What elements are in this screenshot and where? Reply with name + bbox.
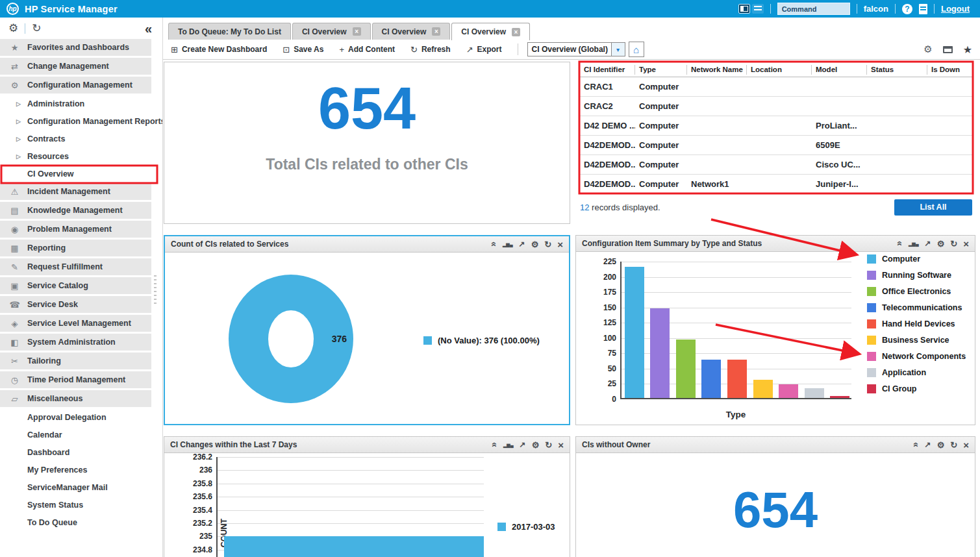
list-all-button[interactable]: List All: [894, 199, 972, 216]
tab-close-icon[interactable]: ×: [353, 27, 361, 36]
tab-ci-overview[interactable]: CI Overview×: [372, 23, 451, 40]
collapse-icon[interactable]: «: [896, 241, 905, 246]
expand-arrow-icon[interactable]: ▷: [16, 153, 21, 160]
expand-arrow-icon[interactable]: ▷: [16, 118, 21, 125]
sidebar-item-configuration-management-reports[interactable]: ▷Configuration Management Reports: [0, 113, 151, 130]
sidebar-item-ci-overview[interactable]: CI Overview: [0, 166, 151, 182]
legend-item-ci-group[interactable]: CI Group: [867, 384, 966, 393]
sidebar-item-administration[interactable]: ▷Administration: [0, 95, 151, 112]
column-header-type[interactable]: Type: [635, 65, 687, 75]
export-button[interactable]: ↗Export: [466, 45, 502, 55]
refresh-icon[interactable]: ↻: [950, 441, 957, 449]
bar-application[interactable]: [805, 388, 824, 398]
legend-item-computer[interactable]: Computer: [867, 254, 966, 264]
expand-arrow-icon[interactable]: ▷: [16, 136, 21, 142]
collapse-sidebar-icon[interactable]: «: [145, 22, 152, 35]
export-icon[interactable]: ↗: [519, 240, 525, 248]
table-row[interactable]: D42 DEMO ...ComputerProLiant...: [580, 116, 972, 136]
close-icon[interactable]: ×: [558, 440, 564, 450]
close-icon[interactable]: ×: [963, 239, 969, 249]
tab-ci-overview[interactable]: CI Overview×: [292, 23, 371, 40]
gear-icon[interactable]: ⚙: [531, 240, 539, 249]
sidebar-item-resources[interactable]: ▷Resources: [0, 148, 151, 165]
chart-icon[interactable]: ▂▆▄: [503, 242, 513, 247]
sidebar-item-incident-management[interactable]: ⚠Incident Management: [0, 183, 151, 200]
column-header-model[interactable]: Model: [812, 65, 867, 75]
column-header-ci-identifier[interactable]: CI Identifier: [580, 65, 635, 75]
export-icon[interactable]: ↗: [925, 441, 931, 449]
bar-hand-held-devices[interactable]: [727, 360, 747, 398]
gear-icon[interactable]: ⚙: [923, 43, 932, 55]
bar-computer[interactable]: [625, 267, 644, 398]
bar-network-components[interactable]: [779, 384, 798, 398]
logout-link[interactable]: Logout: [941, 4, 970, 14]
tab-to-do-queue-my-to-do-list[interactable]: To Do Queue: My To Do List: [168, 23, 291, 40]
export-icon[interactable]: ↗: [520, 441, 526, 449]
refresh-icon[interactable]: ↻: [544, 240, 551, 249]
table-row[interactable]: CRAC2Computer: [580, 97, 972, 116]
sidebar-item-problem-management[interactable]: ◉Problem Management: [0, 221, 151, 238]
table-row[interactable]: CRAC1Computer: [580, 77, 972, 97]
sidebar-item-configuration-management[interactable]: ⚙Configuration Management: [0, 77, 151, 93]
chart-icon[interactable]: ▂▆▄: [503, 443, 514, 447]
sidebar-item-service-catalog[interactable]: ▣Service Catalog: [0, 277, 151, 294]
bar-business-service[interactable]: [753, 380, 773, 398]
sidebar-item-request-fulfillment[interactable]: ✎Request Fulfillment: [0, 258, 151, 275]
sidebar-item-time-period-management[interactable]: ◷Time Period Management: [0, 371, 151, 388]
column-header-location[interactable]: Location: [747, 65, 812, 75]
set-default-dashboard-button[interactable]: ⌂: [629, 42, 644, 57]
sidebar-item-change-management[interactable]: ⇄Change Management: [0, 58, 151, 75]
collapse-icon[interactable]: «: [490, 442, 499, 447]
sidebar-item-knowledge-management[interactable]: ▤Knowledge Management: [0, 202, 151, 219]
expand-arrow-icon[interactable]: ▷: [16, 101, 21, 107]
list-view-icon[interactable]: [752, 4, 764, 14]
refresh-icon[interactable]: ↻: [545, 441, 552, 449]
sidebar-item-my-preferences[interactable]: My Preferences: [0, 462, 151, 478]
sidebar-item-calendar[interactable]: Calendar: [0, 427, 151, 443]
sidebar-item-favorites-and-dashboards[interactable]: ★Favorites and Dashboards: [0, 39, 151, 56]
close-icon[interactable]: ×: [963, 440, 969, 450]
refresh-icon[interactable]: ↻: [32, 21, 41, 35]
gear-icon[interactable]: ⚙: [532, 441, 540, 449]
legend-item-hand-held-devices[interactable]: Hand Held Devices: [867, 319, 966, 328]
table-row[interactable]: D42DEMOD...ComputerNetwork1Juniper-I...: [580, 175, 972, 194]
help-icon[interactable]: ?: [902, 4, 912, 14]
settings-gear-icon[interactable]: ⚙: [8, 21, 18, 35]
refresh-icon[interactable]: ↻: [950, 240, 957, 248]
legend-item-running-software[interactable]: Running Software: [867, 271, 966, 280]
sidebar-item-service-desk[interactable]: ☎Service Desk: [0, 296, 151, 313]
sidebar-item-miscellaneous[interactable]: ▱Miscellaneous: [0, 390, 151, 407]
command-input[interactable]: [777, 3, 850, 15]
legend-item-business-service[interactable]: Business Service: [867, 336, 966, 345]
column-header-network-name[interactable]: Network Name: [687, 65, 747, 75]
legend-item-application[interactable]: Application: [867, 368, 966, 377]
sidebar-item-system-status[interactable]: System Status: [0, 497, 151, 514]
sidebar-item-system-administration[interactable]: ◧System Administration: [0, 334, 151, 351]
column-header-status[interactable]: Status: [867, 65, 927, 75]
notification-icon[interactable]: [919, 4, 927, 14]
table-row[interactable]: D42DEMOD...Computer6509E: [580, 136, 972, 155]
create-new-dashboard-button[interactable]: ⊞Create New Dashboard: [171, 45, 267, 55]
sidebar-item-reporting[interactable]: ▦Reporting: [0, 240, 151, 256]
table-row[interactable]: D42DEMOD...ComputerCisco UC...: [580, 155, 972, 175]
columns-view-icon[interactable]: [738, 4, 750, 14]
sidebar-item-contracts[interactable]: ▷Contracts: [0, 130, 151, 147]
tab-ci-overview[interactable]: CI Overview×: [451, 23, 530, 40]
sidebar-item-dashboard[interactable]: Dashboard: [0, 444, 151, 461]
export-icon[interactable]: ↗: [925, 240, 931, 247]
sidebar-item-servicemanager-mail[interactable]: ServiceManager Mail: [0, 479, 151, 496]
gear-icon[interactable]: ⚙: [937, 441, 945, 449]
bar-office-electronics[interactable]: [676, 340, 696, 398]
donut-slice-no-value[interactable]: 376: [229, 275, 353, 403]
legend-item-office-electronics[interactable]: Office Electronics: [867, 287, 966, 296]
column-header-is-down[interactable]: Is Down: [927, 65, 972, 75]
save-as-button[interactable]: ⊡Save As: [283, 45, 323, 55]
sidebar-item-to-do-queue[interactable]: To Do Queue: [0, 514, 151, 531]
add-content-button[interactable]: +Add Content: [339, 45, 395, 55]
collapse-icon[interactable]: «: [912, 442, 921, 447]
chevron-down-icon[interactable]: ▾: [611, 43, 625, 56]
collapse-icon[interactable]: «: [490, 241, 499, 247]
splitter-handle[interactable]: [154, 275, 157, 304]
sidebar-item-tailoring[interactable]: ✂Tailoring: [0, 353, 151, 369]
favorite-star-icon[interactable]: ★: [963, 43, 972, 56]
